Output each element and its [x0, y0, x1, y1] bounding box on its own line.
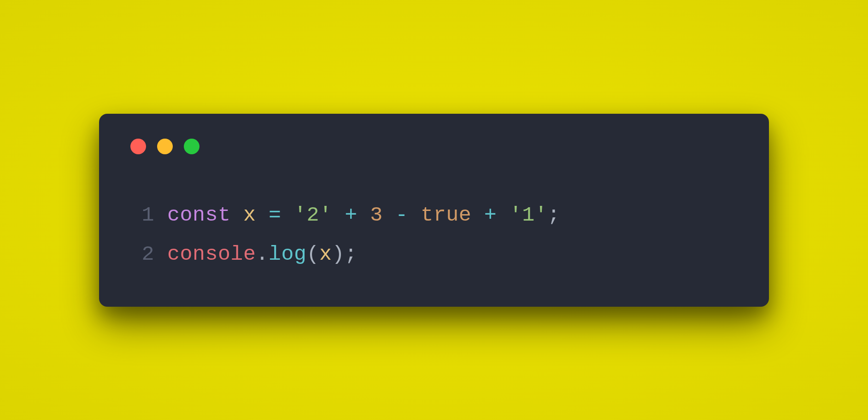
line-number: 1: [127, 196, 154, 235]
code-token: '2': [294, 204, 332, 227]
line-content: console.log(x);: [167, 235, 358, 274]
code-token: console: [167, 243, 256, 266]
code-token: +: [484, 204, 497, 227]
code-token: [256, 204, 269, 227]
code-token: ): [332, 243, 345, 266]
code-token: '1': [510, 204, 548, 227]
code-token: .: [256, 243, 269, 266]
code-token: 3: [370, 204, 383, 227]
code-token: ;: [547, 204, 560, 227]
code-token: [383, 204, 396, 227]
code-token: [471, 204, 484, 227]
code-token: -: [395, 204, 408, 227]
code-token: (: [307, 243, 320, 266]
code-token: x: [319, 243, 332, 266]
minimize-icon[interactable]: [157, 139, 173, 154]
code-token: [332, 204, 345, 227]
code-line: 1const x = '2' + 3 - true + '1';: [127, 196, 741, 235]
traffic-lights: [130, 139, 741, 154]
code-token: const: [167, 204, 231, 227]
close-icon[interactable]: [130, 139, 146, 154]
code-window: 1const x = '2' + 3 - true + '1';2console…: [99, 114, 769, 307]
code-token: [282, 204, 294, 227]
line-content: const x = '2' + 3 - true + '1';: [167, 196, 560, 235]
code-editor[interactable]: 1const x = '2' + 3 - true + '1';2console…: [127, 196, 741, 274]
code-line: 2console.log(x);: [127, 235, 741, 274]
code-token: +: [345, 204, 358, 227]
code-token: log: [269, 243, 307, 266]
code-token: ;: [345, 243, 358, 266]
code-token: true: [421, 204, 471, 227]
code-token: [497, 204, 510, 227]
maximize-icon[interactable]: [184, 139, 199, 154]
code-token: [231, 204, 244, 227]
code-token: x: [243, 204, 256, 227]
code-token: =: [269, 204, 282, 227]
code-token: [408, 204, 421, 227]
code-token: [358, 204, 370, 227]
line-number: 2: [127, 235, 154, 274]
